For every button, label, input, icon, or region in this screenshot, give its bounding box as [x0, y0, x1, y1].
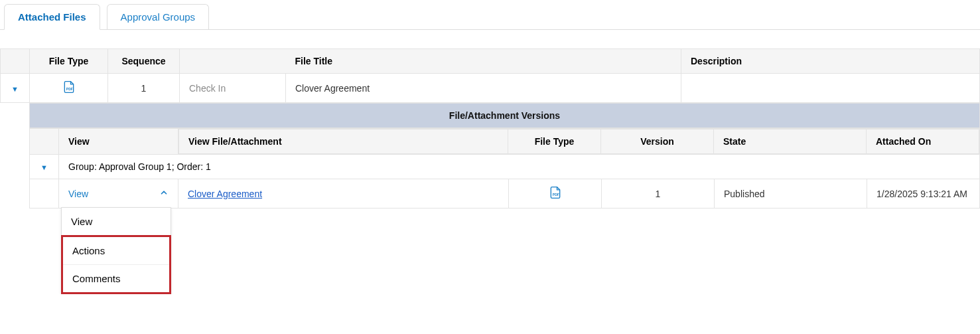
- svg-text:PDF: PDF: [66, 87, 72, 91]
- header-description: Description: [681, 49, 980, 74]
- description-cell: [681, 74, 980, 103]
- file-type-cell: PDF: [30, 74, 108, 103]
- header-file-title: File Title: [286, 49, 681, 74]
- v-state-cell: Published: [715, 179, 867, 209]
- caret-down-icon[interactable]: ▼: [40, 163, 48, 171]
- check-in-cell[interactable]: Check In: [180, 74, 286, 103]
- header-v-viewfile: View File/Attachment: [179, 129, 508, 154]
- v-filetype-cell: PDF: [509, 179, 602, 209]
- versions-table: View View File/Attachment File Type Vers…: [29, 128, 980, 209]
- chevron-up-icon: [159, 188, 169, 199]
- view-cell[interactable]: View: [59, 179, 178, 209]
- dropdown-item-comments[interactable]: Comments: [63, 265, 169, 292]
- header-v-attached: Attached On: [867, 129, 979, 154]
- v-version-cell: 1: [602, 179, 715, 209]
- dropdown-item-view[interactable]: View: [62, 208, 171, 236]
- file-title-cell: Clover Agreement: [286, 74, 681, 103]
- dropdown-highlighted-items: Actions Comments: [61, 235, 171, 294]
- highlighted-headers: View File/Attachment File Type Version S…: [178, 129, 980, 155]
- header-v-view: View: [59, 129, 178, 155]
- table-row: ▼ PDF 1 Check In Clover Agreement: [1, 74, 980, 103]
- tabs: Attached Files Approval Groups: [0, 0, 980, 30]
- view-dropdown-trigger[interactable]: View: [68, 188, 169, 199]
- tab-approval-groups[interactable]: Approval Groups: [107, 4, 210, 29]
- version-row-spacer: [30, 179, 59, 209]
- group-label: Group: Approval Group 1; Order: 1: [59, 155, 980, 179]
- versions-title: File/Attachment Versions: [29, 103, 980, 128]
- view-file-cell: Clover Agreement: [178, 179, 509, 209]
- header-file-type: File Type: [30, 49, 108, 74]
- svg-text:PDF: PDF: [552, 193, 559, 197]
- group-expander[interactable]: ▼: [30, 155, 59, 179]
- view-dropdown-menu: View Actions Comments: [61, 207, 171, 294]
- pdf-icon: PDF: [62, 80, 76, 96]
- row-expander[interactable]: ▼: [1, 74, 30, 103]
- header-v-version: Version: [601, 129, 714, 154]
- files-table: File Type Sequence File Title Descriptio…: [0, 48, 980, 103]
- header-v-filetype: File Type: [508, 129, 601, 154]
- sequence-cell: 1: [108, 74, 180, 103]
- v-attached-cell: 1/28/2025 9:13:21 AM: [867, 179, 980, 209]
- header-v-state: State: [714, 129, 867, 154]
- header-sequence: Sequence: [108, 49, 180, 74]
- dropdown-item-actions[interactable]: Actions: [63, 237, 169, 265]
- versions-section: File/Attachment Versions View View File/…: [29, 103, 980, 209]
- view-label: View: [68, 189, 88, 199]
- header-blank: [180, 49, 286, 74]
- group-row: ▼ Group: Approval Group 1; Order: 1: [30, 155, 980, 179]
- file-link[interactable]: Clover Agreement: [188, 189, 262, 199]
- header-v-expander: [30, 129, 59, 155]
- version-row: View Clover Agreement PDF: [30, 179, 980, 209]
- pdf-icon: PDF: [549, 186, 562, 201]
- header-expander: [1, 49, 30, 74]
- caret-down-icon[interactable]: ▼: [11, 85, 19, 93]
- tab-attached-files[interactable]: Attached Files: [4, 4, 100, 30]
